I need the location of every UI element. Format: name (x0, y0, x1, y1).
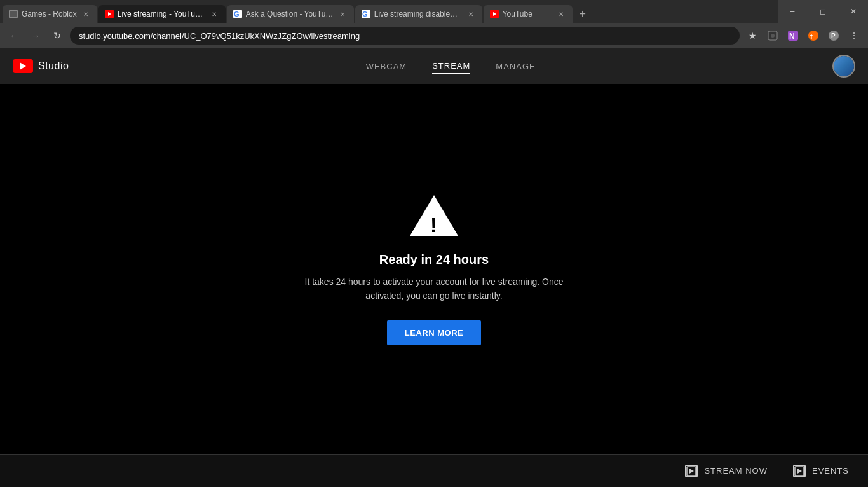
svg-marker-4 (493, 12, 496, 16)
svg-marker-16 (689, 469, 694, 474)
header-nav: WEBCAM STREAM MANAGE (366, 58, 536, 74)
tab-favicon-roblox (9, 10, 18, 18)
tab-close-youtube[interactable]: ✕ (556, 9, 566, 19)
main-content: ! Ready in 24 hours It takes 24 hours to… (0, 84, 868, 454)
reload-button[interactable]: ↻ (48, 27, 66, 45)
tab-title-livestreamingdisabled: Live streaming disabled, for ho (374, 10, 462, 18)
new-tab-button[interactable]: + (574, 5, 592, 23)
nav-webcam[interactable]: WEBCAM (366, 59, 407, 74)
header-right (832, 55, 855, 78)
maximize-button[interactable]: ◻ (808, 3, 837, 20)
tab-roblox[interactable]: Games - Roblox ✕ (3, 5, 97, 23)
svg-marker-18 (797, 469, 802, 474)
bottom-bar: STREAM NOW EVENTS (0, 454, 868, 487)
svg-text:P: P (831, 32, 836, 39)
browser-chrome: Games - Roblox ✕ Live streaming - YouTub… (0, 0, 868, 48)
bookmark-icon[interactable]: ★ (743, 27, 761, 45)
tab-title-askquestion: Ask a Question - YouTube Con (246, 10, 334, 18)
tab-title-livestreaming: Live streaming - YouTube Stud (118, 10, 205, 18)
status-title: Ready in 24 hours (379, 252, 489, 267)
tab-bar: Games - Roblox ✕ Live streaming - YouTub… (0, 0, 868, 23)
window-controls: – ◻ ✕ (778, 3, 868, 20)
minimize-button[interactable]: – (778, 3, 807, 20)
tabs-container: Games - Roblox ✕ Live streaming - YouTub… (0, 0, 778, 23)
extension-icon-3[interactable]: f (804, 27, 822, 45)
forward-button[interactable]: → (27, 27, 44, 45)
tab-livestreaming[interactable]: Live streaming - YouTube Stud ✕ (98, 5, 226, 23)
yt-logo-area: Studio (13, 59, 69, 73)
svg-text:N: N (789, 32, 795, 41)
toolbar-icons: ★ N f (743, 27, 863, 45)
youtube-studio-logo-text: Studio (38, 60, 69, 72)
youtube-play-icon (20, 62, 26, 70)
address-input[interactable] (70, 27, 740, 45)
back-button[interactable]: ← (5, 27, 23, 45)
learn-more-button[interactable]: LEARN MORE (387, 320, 481, 345)
extension-icon-4[interactable]: P (825, 27, 843, 45)
events-label: EVENTS (812, 466, 849, 476)
tab-close-askquestion[interactable]: ✕ (337, 9, 348, 19)
yt-studio-header: Studio WEBCAM STREAM MANAGE (0, 48, 868, 84)
user-avatar-image (834, 56, 854, 76)
events-action[interactable]: EVENTS (793, 465, 849, 477)
svg-text:G: G (362, 10, 368, 18)
svg-point-6 (771, 34, 775, 38)
tab-close-roblox[interactable]: ✕ (81, 9, 91, 19)
tab-favicon-livestreamingdisabled: G (362, 10, 370, 18)
svg-text:!: ! (430, 214, 437, 237)
extension-icon-1[interactable] (764, 27, 782, 45)
nav-manage[interactable]: MANAGE (496, 59, 535, 74)
tab-youtube[interactable]: YouTube ✕ (484, 5, 573, 23)
tab-title-roblox: Games - Roblox (22, 10, 77, 18)
tab-title-youtube: YouTube (503, 10, 552, 18)
stream-now-action[interactable]: STREAM NOW (685, 465, 768, 477)
address-bar-row: ← → ↻ ★ N f (0, 23, 868, 48)
warning-icon: ! (409, 193, 459, 237)
svg-rect-0 (10, 11, 17, 17)
tab-favicon-askquestion: G (233, 10, 242, 18)
tab-close-livestreamingdisabled[interactable]: ✕ (466, 9, 476, 19)
extension-icon-2[interactable]: N (784, 27, 802, 45)
user-avatar[interactable] (832, 55, 855, 78)
svg-marker-1 (108, 12, 111, 16)
stream-now-label: STREAM NOW (704, 466, 768, 476)
menu-button[interactable]: ⋮ (845, 27, 863, 45)
events-icon (793, 465, 806, 477)
tab-favicon-youtube (490, 10, 499, 18)
svg-text:f: f (810, 32, 813, 40)
tab-favicon-livestreaming (105, 10, 114, 18)
tab-askquestion[interactable]: G Ask a Question - YouTube Con ✕ (227, 5, 354, 23)
youtube-logo-icon[interactable] (13, 59, 33, 73)
close-button[interactable]: ✕ (839, 3, 868, 20)
tab-close-livestreaming[interactable]: ✕ (209, 9, 219, 19)
status-description: It takes 24 hours to activate your accou… (294, 275, 574, 303)
nav-stream[interactable]: STREAM (432, 58, 470, 74)
tab-livestreamingdisabled[interactable]: G Live streaming disabled, for ho ✕ (355, 5, 482, 23)
svg-text:G: G (234, 10, 240, 18)
stream-now-icon (685, 465, 698, 477)
